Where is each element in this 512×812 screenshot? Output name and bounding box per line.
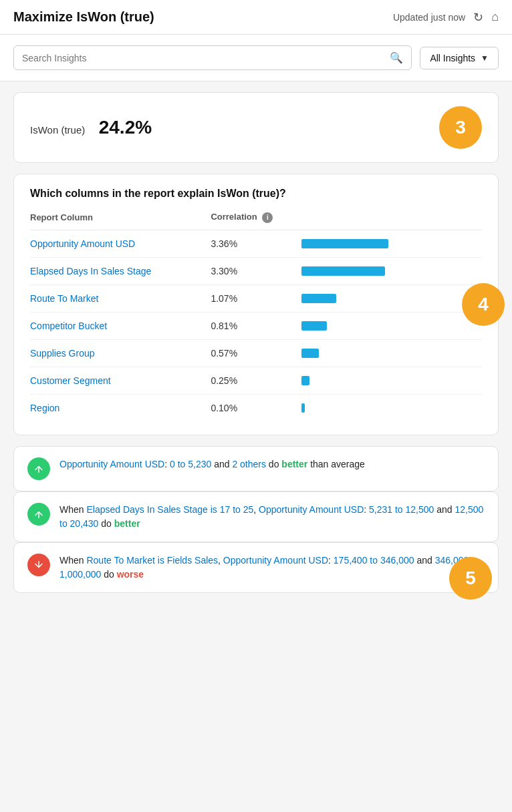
search-input-wrapper: 🔍: [13, 45, 412, 70]
insight-cards-list: Opportunity Amount USD: 0 to 5,230 and 2…: [13, 446, 499, 593]
table-badge: 4: [462, 283, 505, 326]
insight-better-label: better: [281, 459, 307, 469]
insight-link[interactable]: Elapsed Days In Sales Stage is 17 to 25: [86, 504, 253, 515]
row-bar-wrap-2: [301, 294, 482, 303]
chevron-down-icon: ▼: [481, 53, 489, 63]
table-header: Report Column Correlation i: [30, 212, 482, 230]
insight-link[interactable]: 175,400 to 346,000: [334, 555, 414, 566]
table-row: Supplies Group 0.57%: [30, 340, 482, 367]
metric-value: 24.2%: [99, 117, 152, 138]
row-bar-3: [301, 321, 327, 331]
insight-icon-up: [27, 503, 50, 526]
col-header-name: Report Column: [30, 212, 211, 222]
insight-text-1: When Elapsed Days In Sales Stage is 17 t…: [59, 503, 485, 531]
row-bar-wrap-4: [301, 349, 482, 358]
insight-worse-label: worse: [117, 569, 144, 580]
insights-badge: 5: [449, 557, 492, 600]
row-pct-0: 3.36%: [211, 238, 301, 249]
insight-text-0: Opportunity Amount USD: 0 to 5,230 and 2…: [59, 457, 365, 471]
row-bar-wrap-1: [301, 266, 482, 276]
insight-card-2: When Route To Market is Fields Sales, Op…: [13, 542, 499, 593]
table-body: Opportunity Amount USD 3.36% Elapsed Day…: [30, 230, 482, 421]
home-icon[interactable]: ⌂: [491, 10, 499, 24]
page-title: Maximize IsWon (true): [13, 9, 154, 25]
info-icon[interactable]: i: [262, 212, 273, 223]
insight-better-label: better: [114, 518, 140, 529]
table-title: Which columns in the report explain IsWo…: [30, 188, 482, 200]
table-row: Customer Segment 0.25%: [30, 367, 482, 395]
insight-link[interactable]: Route To Market is Fields Sales: [86, 555, 218, 566]
insight-card-0: Opportunity Amount USD: 0 to 5,230 and 2…: [13, 446, 499, 491]
metric-label: IsWon (true): [30, 124, 85, 136]
table-row: Route To Market 1.07%: [30, 285, 482, 313]
row-link-6[interactable]: Region: [30, 403, 211, 413]
row-link-3[interactable]: Competitor Bucket: [30, 321, 211, 331]
insight-link[interactable]: 2 others: [232, 459, 266, 469]
insight-icon-down: [27, 554, 50, 576]
row-pct-2: 1.07%: [211, 293, 301, 304]
metric-label-group: IsWon (true) 24.2%: [30, 117, 152, 138]
correlation-table-card: Which columns in the report explain IsWo…: [13, 174, 499, 435]
insight-link[interactable]: 5,231 to 12,500: [369, 504, 434, 515]
insight-link[interactable]: Opportunity Amount USD: [59, 459, 164, 469]
search-input[interactable]: [22, 53, 390, 63]
header: Maximize IsWon (true) Updated just now ↻…: [0, 0, 512, 35]
insights-filter-dropdown[interactable]: All Insights ▼: [420, 47, 499, 69]
row-pct-5: 0.25%: [211, 375, 301, 386]
row-bar-wrap-5: [301, 376, 482, 385]
insights-section: Opportunity Amount USD: 0 to 5,230 and 2…: [13, 446, 499, 593]
refresh-icon[interactable]: ↻: [473, 10, 483, 25]
insight-link[interactable]: 0 to 5,230: [170, 459, 211, 469]
row-link-0[interactable]: Opportunity Amount USD: [30, 238, 211, 249]
row-bar-5: [301, 376, 309, 385]
row-link-2[interactable]: Route To Market: [30, 293, 211, 304]
row-link-5[interactable]: Customer Segment: [30, 375, 211, 386]
col-header-corr: Correlation i: [211, 212, 301, 223]
table-row: Opportunity Amount USD 3.36%: [30, 230, 482, 258]
last-updated: Updated just now: [393, 12, 465, 23]
row-bar-wrap-6: [301, 403, 482, 413]
content-area: IsWon (true) 24.2% 3 Which columns in th…: [0, 81, 512, 604]
metric-badge: 3: [439, 106, 482, 149]
row-pct-4: 0.57%: [211, 348, 301, 359]
table-row: Competitor Bucket 0.81%: [30, 313, 482, 340]
insight-icon-up: [27, 457, 50, 480]
insight-link[interactable]: Opportunity Amount USD: [259, 504, 364, 515]
row-pct-1: 3.30%: [211, 266, 301, 276]
metric-card: IsWon (true) 24.2% 3: [13, 92, 499, 163]
row-link-1[interactable]: Elapsed Days In Sales Stage: [30, 266, 211, 276]
insight-link[interactable]: Opportunity Amount USD: [223, 555, 328, 566]
row-bar-6: [301, 403, 305, 413]
row-bar-wrap-0: [301, 239, 482, 248]
row-link-4[interactable]: Supplies Group: [30, 348, 211, 359]
header-actions: Updated just now ↻ ⌂: [393, 10, 499, 25]
row-pct-6: 0.10%: [211, 403, 301, 413]
row-pct-3: 0.81%: [211, 321, 301, 331]
row-bar-0: [301, 239, 388, 248]
table-row: Elapsed Days In Sales Stage 3.30%: [30, 258, 482, 285]
insight-card-1: When Elapsed Days In Sales Stage is 17 t…: [13, 491, 499, 542]
row-bar-1: [301, 266, 385, 276]
row-bar-2: [301, 294, 336, 303]
search-row: 🔍 All Insights ▼: [0, 35, 512, 81]
table-row: Region 0.10%: [30, 395, 482, 421]
row-bar-4: [301, 349, 319, 358]
search-icon: 🔍: [390, 51, 403, 64]
dropdown-label: All Insights: [430, 53, 475, 63]
row-bar-wrap-3: [301, 321, 482, 331]
insight-text-2: When Route To Market is Fields Sales, Op…: [59, 554, 485, 582]
